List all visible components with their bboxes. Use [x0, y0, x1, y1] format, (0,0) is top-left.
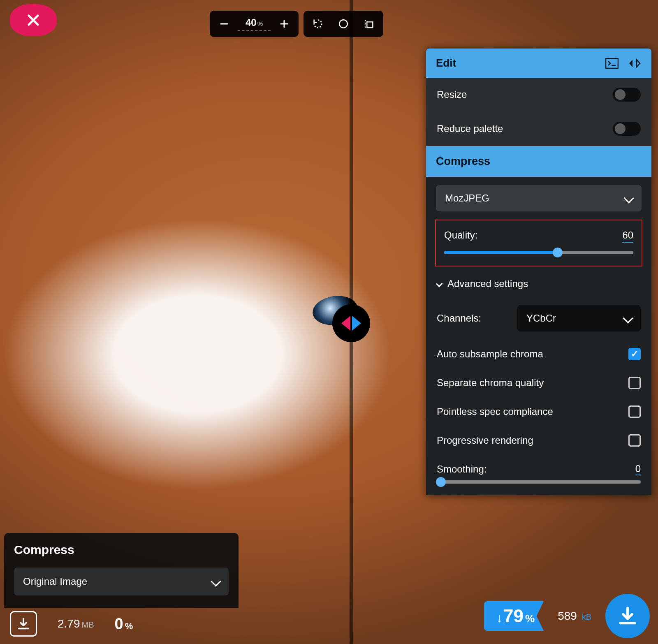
quality-slider-fill: [444, 251, 558, 254]
zoom-number: 40: [246, 17, 257, 28]
savings-value: 79: [503, 601, 524, 631]
advanced-settings-label: Advanced settings: [447, 278, 528, 290]
resize-label: Resize: [437, 89, 467, 100]
zoom-in-button[interactable]: [272, 13, 296, 35]
cli-icon[interactable]: [605, 58, 619, 69]
chevron-down-icon: [436, 280, 443, 287]
left-size-value: 2.79: [58, 617, 80, 630]
progressive-row: Progressive rendering: [426, 426, 651, 455]
advanced-settings-toggle[interactable]: Advanced settings: [426, 266, 651, 297]
download-left-button[interactable]: [10, 611, 37, 637]
edit-title: Edit: [436, 57, 456, 69]
resize-row: Resize: [426, 78, 651, 112]
compare-left-icon: [341, 316, 350, 331]
quality-value[interactable]: 60: [622, 229, 633, 243]
rotate-button[interactable]: [306, 13, 330, 35]
auto-subsample-checkbox[interactable]: [628, 348, 641, 360]
left-settings-panel: Compress Original Image: [4, 533, 239, 608]
left-section-title: Compress: [14, 543, 229, 557]
copy-side-icon[interactable]: [628, 58, 642, 69]
left-size: 2.79MB: [58, 617, 94, 630]
pointless-spec-checkbox[interactable]: [628, 405, 641, 418]
reduce-palette-toggle[interactable]: [613, 122, 641, 136]
left-pct: 0%: [115, 615, 133, 633]
progressive-label: Progressive rendering: [437, 435, 533, 446]
separate-chroma-checkbox[interactable]: [628, 377, 641, 389]
channels-label: Channels:: [437, 313, 481, 324]
circle-icon: [338, 19, 349, 29]
channels-row: Channels: YCbCr: [426, 297, 651, 340]
pointless-spec-label: Pointless spec compliance: [437, 406, 553, 417]
background-toggle-button[interactable]: [331, 13, 355, 35]
right-size: 589 kB: [558, 609, 591, 623]
layout-toggle-button[interactable]: [357, 13, 381, 35]
smoothing-slider[interactable]: [437, 480, 641, 484]
svg-point-0: [339, 20, 348, 28]
smoothing-label: Smoothing:: [437, 463, 487, 475]
down-arrow-icon: ↓: [496, 603, 503, 633]
chevron-down-icon: [623, 193, 634, 203]
quality-highlight: Quality: 60: [435, 220, 642, 266]
transform-group: [304, 11, 383, 37]
left-size-unit: MB: [82, 620, 94, 629]
download-icon: [617, 605, 638, 627]
pointless-spec-row: Pointless spec compliance: [426, 397, 651, 426]
compare-right-icon: [352, 316, 361, 331]
left-pct-value: 0: [115, 615, 123, 633]
right-settings-panel: Edit Resize Reduce palette Compress MozJ…: [426, 49, 651, 495]
bottom-right-stats: ↓ 79 % 589 kB: [484, 594, 650, 638]
separate-chroma-label: Separate chroma quality: [437, 377, 544, 389]
quality-label: Quality:: [444, 229, 477, 243]
zoom-group: 40%: [210, 11, 299, 37]
chevron-down-icon: [623, 313, 633, 323]
bottom-left-stats: 2.79MB 0%: [10, 611, 133, 637]
download-right-button[interactable]: [605, 594, 650, 638]
rotate-icon: [312, 18, 324, 30]
separate-chroma-row: Separate chroma quality: [426, 368, 651, 397]
plus-icon: [279, 19, 289, 29]
resize-toggle[interactable]: [613, 88, 641, 102]
minus-icon: [219, 19, 229, 29]
top-toolbar: 40%: [210, 11, 383, 37]
auto-subsample-row: Auto subsample chroma: [426, 340, 651, 368]
left-pct-unit: %: [125, 621, 133, 632]
quality-slider-thumb[interactable]: [553, 248, 563, 257]
svg-rect-2: [606, 58, 618, 68]
chevron-down-icon: [211, 576, 221, 586]
codec-dropdown[interactable]: MozJPEG: [436, 185, 642, 211]
layout-icon: [363, 18, 375, 30]
progressive-checkbox[interactable]: [628, 434, 641, 447]
codec-value: MozJPEG: [445, 192, 489, 204]
left-codec-dropdown[interactable]: Original Image: [14, 568, 229, 595]
close-button[interactable]: [10, 4, 57, 36]
channels-value: YCbCr: [526, 313, 556, 324]
savings-tag: ↓ 79 %: [484, 601, 544, 631]
smoothing-row: Smoothing: 0: [426, 455, 651, 480]
compare-handle[interactable]: [332, 304, 370, 342]
reduce-palette-row: Reduce palette: [426, 112, 651, 146]
channels-dropdown[interactable]: YCbCr: [517, 305, 641, 331]
left-codec-value: Original Image: [23, 576, 87, 587]
smoothing-value[interactable]: 0: [635, 463, 641, 475]
savings-unit: %: [525, 604, 535, 633]
svg-rect-1: [367, 22, 373, 28]
edit-header: Edit: [426, 49, 651, 78]
right-size-unit: kB: [582, 612, 591, 621]
close-icon: [25, 12, 41, 28]
download-icon: [16, 617, 30, 631]
zoom-value[interactable]: 40%: [238, 17, 271, 31]
right-size-value: 589: [558, 609, 577, 622]
quality-slider[interactable]: [444, 251, 633, 254]
smoothing-slider-thumb[interactable]: [436, 477, 446, 487]
reduce-palette-label: Reduce palette: [437, 123, 503, 134]
zoom-unit: %: [257, 20, 263, 27]
compress-header: Compress: [426, 146, 651, 177]
zoom-out-button[interactable]: [212, 13, 236, 35]
auto-subsample-label: Auto subsample chroma: [437, 348, 543, 360]
